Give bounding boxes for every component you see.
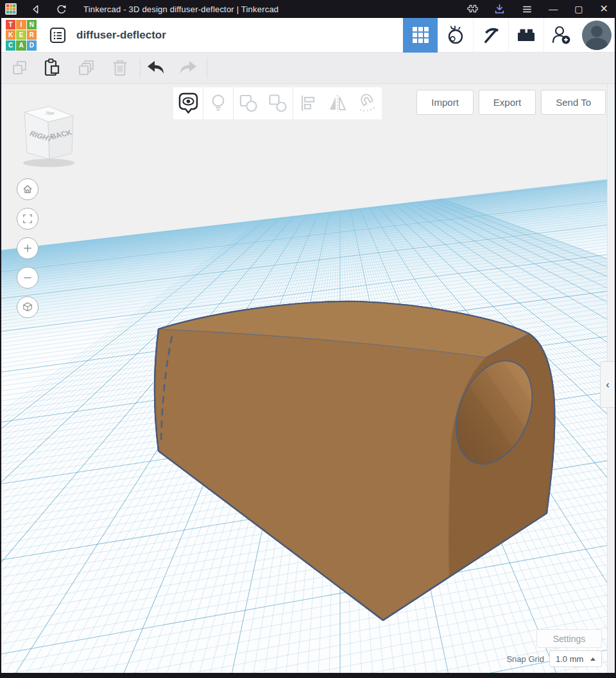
snap-grid-dropdown[interactable]: 1.0 mm xyxy=(549,650,602,667)
group-button[interactable] xyxy=(234,87,263,119)
shapes-panel-toggle[interactable]: ‹ xyxy=(600,361,615,408)
app-header: TINKERCAD diffuser-deflector xyxy=(1,18,615,53)
window-title: Tinkercad - 3D design diffuser-deflector… xyxy=(83,4,278,14)
pickaxe-icon xyxy=(480,24,502,46)
downloads-icon[interactable] xyxy=(493,3,506,15)
design-menu-icon[interactable] xyxy=(48,26,67,45)
trash-icon xyxy=(111,58,129,78)
copy-button[interactable] xyxy=(9,57,31,79)
lego-export-button[interactable] xyxy=(508,18,543,53)
person-add-icon xyxy=(551,24,572,46)
perspective-toggle-button[interactable] xyxy=(17,296,38,318)
bulb-icon xyxy=(209,93,228,114)
fit-view-icon xyxy=(22,213,33,225)
paste-icon xyxy=(42,58,62,78)
home-view-button[interactable] xyxy=(17,178,38,200)
invite-collaborator-button[interactable] xyxy=(543,18,579,53)
light-bulb-button[interactable] xyxy=(203,87,233,119)
undo-icon xyxy=(146,60,166,76)
maximize-button[interactable]: ▢ xyxy=(574,0,583,18)
zoom-in-button[interactable] xyxy=(17,237,38,259)
tinkercad-logo[interactable]: TINKERCAD xyxy=(6,20,37,51)
caret-up-icon xyxy=(590,657,595,661)
import-button[interactable]: Import xyxy=(416,90,474,115)
snap-grid-value: 1.0 mm xyxy=(556,654,583,664)
duplicate-button[interactable] xyxy=(76,57,98,79)
ungroup-icon xyxy=(268,94,287,113)
copy-icon xyxy=(11,59,29,77)
show-all-button[interactable] xyxy=(173,87,203,119)
send-to-button[interactable]: Send To xyxy=(541,90,606,115)
tinkercad-favicon xyxy=(5,3,17,15)
grid-icon xyxy=(413,27,429,43)
account-menu[interactable] xyxy=(579,18,615,53)
window-titlebar: Tinkercad - 3D design diffuser-deflector… xyxy=(0,0,616,18)
magnet-button[interactable] xyxy=(352,87,382,119)
brick-icon xyxy=(516,25,536,46)
toolbar-separator xyxy=(140,58,141,78)
viewport[interactable]: Import Export Send To TOP RIGHT BACK xyxy=(1,84,615,673)
plus-icon xyxy=(22,242,33,254)
undo-button[interactable] xyxy=(145,57,167,79)
design-title[interactable]: diffuser-deflector xyxy=(76,29,166,42)
browser-reload-icon[interactable] xyxy=(56,4,67,15)
settings-button[interactable]: Settings xyxy=(536,629,602,648)
magnet-icon xyxy=(356,93,378,114)
paste-button[interactable] xyxy=(41,57,63,79)
delete-button[interactable] xyxy=(109,57,131,79)
sim-lab-button[interactable] xyxy=(438,18,473,53)
group-icon xyxy=(239,94,258,113)
browser-back-icon[interactable] xyxy=(31,4,42,15)
export-button[interactable]: Export xyxy=(479,90,536,115)
menu-hamburger-icon[interactable] xyxy=(521,3,533,15)
avatar xyxy=(582,21,612,50)
chevron-left-icon: ‹ xyxy=(606,378,610,391)
snap-grid-label: Snap Grid xyxy=(506,654,544,664)
snap-grid-control: Snap Grid 1.0 mm xyxy=(506,650,602,667)
extensions-puzzle-icon[interactable] xyxy=(466,3,478,15)
home-icon xyxy=(21,183,34,196)
minimize-button[interactable]: — xyxy=(549,0,558,18)
tinkercad-app: TINKERCAD diffuser-deflector xyxy=(1,18,615,673)
minecraft-export-button[interactable] xyxy=(473,18,508,53)
eye-bubble-icon xyxy=(178,92,198,115)
zoom-out-button[interactable] xyxy=(17,267,38,289)
tomato-icon xyxy=(445,25,466,46)
dashboard-grid-button[interactable] xyxy=(403,18,438,53)
file-action-buttons: Import Export Send To xyxy=(416,90,606,115)
mirror-icon xyxy=(327,94,348,113)
viewport-3d[interactable] xyxy=(1,84,615,673)
align-button[interactable] xyxy=(293,87,323,119)
toolbar-separator xyxy=(207,58,207,78)
redo-icon xyxy=(178,60,198,76)
redo-button[interactable] xyxy=(177,57,199,79)
mirror-button[interactable] xyxy=(323,87,352,119)
align-icon xyxy=(298,94,318,113)
perspective-cube-icon xyxy=(21,301,34,314)
design-tools-toolbar xyxy=(173,87,382,119)
fit-view-button[interactable] xyxy=(17,208,38,230)
view-nav-column xyxy=(17,178,38,318)
ungroup-button[interactable] xyxy=(263,87,293,119)
view-cube[interactable]: TOP RIGHT BACK xyxy=(14,103,83,170)
edit-toolbar xyxy=(1,53,615,84)
minus-icon xyxy=(22,272,33,284)
close-button[interactable]: ✕ xyxy=(600,0,608,18)
duplicate-icon xyxy=(77,58,96,78)
